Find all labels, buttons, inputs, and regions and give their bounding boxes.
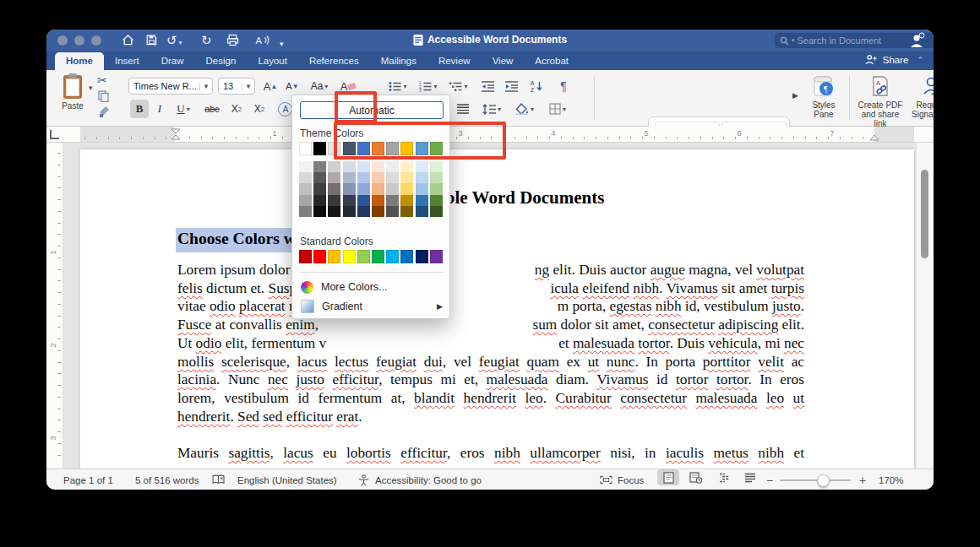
theme-variant-swatch[interactable] (328, 195, 340, 206)
theme-variant-swatch[interactable] (313, 172, 326, 183)
standard-color-swatch[interactable] (430, 250, 443, 263)
tab-mailings[interactable]: Mailings (370, 52, 427, 70)
styles-gallery-more-icon[interactable]: ▶ (792, 91, 798, 100)
search-scope-caret[interactable]: ▾ (792, 37, 795, 44)
theme-variant-swatch[interactable] (386, 195, 399, 206)
theme-variant-swatch[interactable] (400, 195, 413, 206)
theme-variant-swatch[interactable] (299, 172, 312, 183)
theme-variant-swatch[interactable] (372, 161, 384, 172)
scrollbar-thumb[interactable] (921, 170, 928, 258)
document-page[interactable]: Accessible Word Documents Choose Colors … (80, 149, 914, 468)
theme-variant-swatch[interactable] (416, 183, 428, 194)
gradient-item[interactable]: Gradient ▶ (301, 297, 443, 316)
vertical-scrollbar[interactable] (916, 143, 934, 468)
theme-variant-swatch[interactable] (299, 206, 312, 217)
theme-variant-swatch[interactable] (343, 183, 356, 194)
multilevel-list-button[interactable]: ▾ (445, 77, 472, 95)
tab-layout[interactable]: Layout (247, 52, 298, 70)
theme-variant-swatch[interactable] (343, 161, 356, 172)
document-text-line[interactable]: hendrerit. Sed sed efficitur erat. (177, 409, 804, 427)
web-layout-view-button[interactable] (684, 469, 706, 485)
tab-review[interactable]: Review (427, 52, 482, 70)
format-painter-icon[interactable] (98, 106, 110, 121)
theme-variant-swatch[interactable] (328, 183, 340, 194)
tab-home[interactable]: Home (55, 52, 104, 70)
theme-variant-swatch[interactable] (430, 172, 443, 183)
vertical-ruler[interactable]: 123 (46, 143, 63, 468)
document-text-line[interactable]: Mauris sagittis, lacus eu lobortis effic… (177, 445, 804, 463)
theme-color-swatch[interactable] (416, 142, 428, 155)
superscript-button[interactable]: X2 (249, 100, 270, 118)
theme-variant-swatch[interactable] (299, 183, 312, 194)
theme-variant-swatch[interactable] (299, 161, 312, 172)
document-text-line[interactable]: lacinia. Nunc nec justo efficitur, tempu… (177, 371, 804, 390)
document-text-line[interactable]: Ut odio elit, fermentum vet malesuada to… (177, 335, 804, 354)
borders-button[interactable]: ▾ (543, 100, 572, 118)
document-text-line[interactable]: felis dictum et. Suspendiicula eleifend … (177, 280, 804, 299)
theme-variant-swatch[interactable] (313, 195, 326, 206)
theme-variant-swatch[interactable] (357, 161, 370, 172)
theme-variant-swatch[interactable] (400, 183, 413, 194)
subscript-button[interactable]: X2 (226, 100, 247, 118)
tab-acrobat[interactable]: Acrobat (524, 52, 580, 70)
document-title-text[interactable]: Accessible Word Documents (80, 187, 914, 209)
standard-color-swatch[interactable] (328, 250, 340, 263)
bullets-button[interactable]: ▾ (384, 77, 411, 95)
underline-button[interactable]: U▾ (171, 100, 196, 118)
theme-variant-swatch[interactable] (386, 161, 399, 172)
theme-color-swatch[interactable] (386, 142, 399, 155)
theme-variant-swatch[interactable] (372, 183, 384, 194)
standard-color-swatch[interactable] (357, 250, 370, 263)
theme-variant-swatch[interactable] (416, 172, 428, 183)
standard-color-swatch[interactable] (416, 250, 428, 263)
standard-color-swatch[interactable] (372, 250, 384, 263)
theme-variant-swatch[interactable] (386, 183, 399, 194)
standard-color-swatch[interactable] (400, 250, 413, 263)
theme-color-swatch[interactable] (372, 142, 384, 155)
document-text-line[interactable]: mollis scelerisque, lacus lectus feugiat… (177, 354, 804, 372)
theme-color-swatch[interactable] (328, 142, 340, 155)
theme-variant-swatch[interactable] (400, 206, 413, 217)
theme-variant-swatch[interactable] (372, 172, 384, 183)
tab-draw[interactable]: Draw (150, 52, 195, 70)
pilcrow-button[interactable]: ¶ (553, 77, 574, 95)
horizontal-ruler[interactable]: 1234567 (46, 127, 934, 143)
theme-variant-swatch[interactable] (416, 206, 428, 217)
copy-icon[interactable] (98, 90, 109, 106)
decrease-indent-button[interactable] (477, 77, 498, 95)
theme-variant-swatch[interactable] (357, 172, 370, 183)
theme-variant-swatch[interactable] (343, 172, 356, 183)
standard-color-swatch[interactable] (313, 250, 326, 263)
theme-variant-swatch[interactable] (430, 183, 443, 194)
tab-design[interactable]: Design (195, 52, 248, 70)
theme-variant-swatch[interactable] (313, 161, 326, 172)
accessibility-status[interactable]: Accessibility: Good to go (375, 469, 482, 490)
request-signatures-button[interactable]: x RequestSignatures (908, 75, 934, 119)
account-avatar[interactable] (908, 32, 925, 52)
theme-variant-swatch[interactable] (386, 206, 399, 217)
collapse-ribbon-icon[interactable]: ⌃ (917, 56, 923, 64)
document-text-line[interactable]: vitae odio placerat mattism porta, egest… (177, 298, 804, 317)
line-spacing-button[interactable]: ▾ (477, 100, 506, 118)
focus-button[interactable]: Focus (600, 469, 644, 490)
standard-color-swatch[interactable] (386, 250, 399, 263)
theme-variant-swatch[interactable] (416, 161, 428, 172)
document-text-line[interactable]: lorem, vestibulum id fermentum at, bland… (177, 390, 804, 409)
theme-variant-swatch[interactable] (357, 206, 370, 217)
word-count[interactable]: 5 of 516 words (135, 469, 199, 490)
change-case-button[interactable]: Aa▾ (307, 77, 332, 95)
more-colors-item[interactable]: More Colors... (301, 278, 443, 296)
increase-indent-button[interactable] (501, 77, 521, 95)
bold-button[interactable]: B (130, 100, 149, 118)
numbering-button[interactable]: 123▾ (415, 77, 442, 95)
tab-references[interactable]: References (298, 52, 370, 70)
cut-icon[interactable]: ✂ (97, 73, 107, 87)
accessibility-icon[interactable] (358, 469, 369, 490)
clear-formatting-button[interactable]: A (336, 77, 360, 95)
theme-variant-swatch[interactable] (328, 206, 340, 217)
theme-variant-swatch[interactable] (430, 206, 443, 217)
theme-variant-swatch[interactable] (386, 172, 399, 183)
zoom-slider[interactable] (780, 469, 851, 490)
theme-variant-swatch[interactable] (430, 195, 443, 206)
theme-variant-swatch[interactable] (357, 183, 370, 194)
